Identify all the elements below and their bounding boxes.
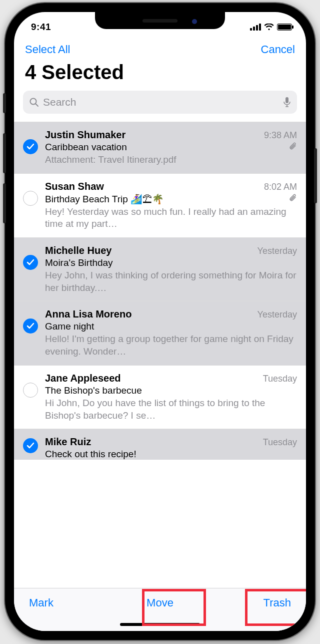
email-preview: Hey John, I was thinking of ordering som… [45, 269, 297, 294]
selection-checkbox[interactable] [23, 438, 38, 453]
trash-button[interactable]: Trash [264, 596, 291, 609]
email-row[interactable]: Jane AppleseedTuesdayThe Bishop's barbec… [14, 366, 306, 429]
email-row[interactable]: Michelle HueyYesterdayMoira's BirthdayHe… [14, 238, 306, 301]
selection-checkbox[interactable] [23, 191, 38, 206]
selection-checkbox[interactable] [23, 383, 38, 398]
email-content: Mike RuizTuesdayCheck out this recipe! [45, 436, 297, 460]
search-field[interactable] [23, 91, 297, 114]
selection-checkbox[interactable] [23, 255, 38, 270]
email-time: Tuesday [263, 437, 297, 448]
email-row[interactable]: Susan Shaw8:02 AMBirthday Beach Trip 🏄‍♀… [14, 174, 306, 238]
device-frame: 9:41 Select All Cancel 4 Selected [5, 3, 315, 640]
email-content: Jane AppleseedTuesdayThe Bishop's barbec… [45, 373, 297, 422]
mark-button[interactable]: Mark [29, 596, 54, 609]
selection-checkbox[interactable] [23, 139, 38, 154]
status-time: 9:41 [31, 22, 51, 33]
svg-line-1 [36, 104, 38, 107]
volume-up-button [3, 133, 6, 173]
email-subject: The Bishop's barbecue [45, 385, 142, 396]
email-row[interactable]: Mike RuizTuesdayCheck out this recipe! [14, 429, 306, 460]
email-subject: Caribbean vacation [45, 142, 127, 153]
email-row[interactable]: Anna Lisa MorenoYesterdayGame nightHello… [14, 301, 306, 365]
page-title: 4 Selected [14, 60, 306, 91]
email-time: 8:02 AM [264, 182, 297, 192]
wifi-icon [264, 24, 274, 31]
svg-rect-2 [286, 97, 288, 103]
email-preview: Hi John, Do you have the list of things … [45, 397, 297, 422]
nav-bar: Select All Cancel [14, 37, 306, 60]
email-row[interactable]: Justin Shumaker9:38 AMCaribbean vacation… [14, 122, 306, 174]
email-content: Justin Shumaker9:38 AMCaribbean vacation… [45, 129, 297, 166]
email-content: Michelle HueyYesterdayMoira's BirthdayHe… [45, 245, 297, 294]
email-preview: Hey! Yesterday was so much fun. I really… [45, 206, 297, 230]
select-all-button[interactable]: Select All [25, 43, 70, 56]
cellular-icon [250, 24, 261, 31]
move-button[interactable]: Move [146, 596, 174, 609]
dictate-icon[interactable] [283, 97, 291, 108]
email-time: Tuesday [263, 374, 297, 384]
email-preview: Hello! I'm getting a group together for … [45, 333, 297, 358]
search-input[interactable] [43, 96, 279, 108]
email-time: 9:38 AM [264, 130, 297, 141]
attachment-icon [289, 142, 297, 153]
selection-checkbox[interactable] [23, 318, 38, 334]
email-subject: Moira's Birthday [45, 257, 113, 268]
email-time: Yesterday [258, 309, 297, 320]
email-content: Anna Lisa MorenoYesterdayGame nightHello… [45, 308, 297, 358]
toolbar: Mark Move Trash [14, 588, 306, 631]
home-indicator[interactable] [120, 623, 200, 626]
email-subject: Game night [45, 321, 94, 332]
email-list[interactable]: Justin Shumaker9:38 AMCaribbean vacation… [14, 122, 306, 460]
volume-down-button [3, 183, 6, 223]
battery-icon [277, 24, 292, 31]
screen: 9:41 Select All Cancel 4 Selected [14, 12, 306, 631]
email-sender: Michelle Huey [45, 245, 112, 256]
search-icon [29, 97, 39, 107]
power-button [314, 148, 317, 203]
email-sender: Mike Ruiz [45, 436, 91, 448]
email-sender: Jane Appleseed [45, 373, 121, 384]
email-time: Yesterday [258, 246, 297, 256]
email-subject: Birthday Beach Trip 🏄‍♀️⛱🌴 [45, 193, 164, 205]
cancel-button[interactable]: Cancel [261, 43, 295, 56]
email-sender: Susan Shaw [45, 181, 104, 192]
mute-switch [3, 93, 6, 113]
email-content: Susan Shaw8:02 AMBirthday Beach Trip 🏄‍♀… [45, 181, 297, 230]
attachment-icon [289, 193, 297, 204]
email-sender: Justin Shumaker [45, 129, 126, 141]
search-container [14, 91, 306, 122]
email-sender: Anna Lisa Moreno [45, 308, 132, 320]
email-preview: Attachment: Travel Itinerary.pdf [45, 154, 297, 166]
svg-point-0 [30, 99, 36, 105]
status-icons [250, 24, 292, 31]
notch [95, 12, 225, 29]
email-subject: Check out this recipe! [45, 449, 136, 460]
